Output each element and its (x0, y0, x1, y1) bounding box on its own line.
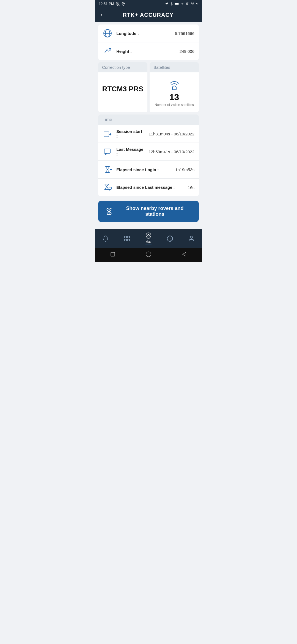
last-message-icon (103, 147, 112, 157)
satellites-header: Satellites (150, 62, 199, 72)
nav-item-bell[interactable] (100, 234, 112, 243)
svg-marker-34 (183, 252, 186, 256)
session-start-row: Session start : 11h31m04s - 06/10/2022 (98, 125, 199, 143)
elapsed-message-row: Elapsed since Last message : 16s (98, 179, 199, 196)
show-nearby-button[interactable]: Show nearby rovers and stations (98, 201, 199, 222)
height-row: Height : 249.006 (98, 42, 199, 60)
svg-point-8 (182, 5, 183, 5)
svg-point-29 (148, 234, 149, 236)
nav-item-grid[interactable] (121, 234, 133, 243)
status-bar: 12:51 PM 91% (95, 0, 202, 7)
last-message-value: 12h50m41s - 06/10/2022 (148, 149, 194, 154)
nav-item-clock[interactable] (164, 234, 176, 243)
elapsed-login-row: Elapsed since Login : 1h19m53s (98, 161, 199, 179)
height-value: 249.006 (180, 49, 194, 54)
correction-card: Correction type RTCM3 PRS (98, 62, 147, 112)
app-header: ‹ RTK+ ACCURACY (95, 7, 202, 22)
time-section-header: Time (98, 114, 199, 125)
svg-rect-7 (175, 3, 178, 4)
nav-item-map[interactable]: Map (142, 231, 155, 245)
battery-icon (175, 2, 179, 6)
elapsed-message-value: 16s (188, 185, 194, 190)
wifi-icon (180, 2, 185, 6)
svg-marker-4 (165, 2, 168, 5)
navigation-icon (165, 2, 169, 6)
antenna-icon (105, 206, 114, 217)
clock-icon (167, 235, 173, 242)
svg-point-24 (109, 211, 110, 212)
status-right: 91% (165, 2, 198, 6)
last-message-row: Last Message : 12h50m41s - 06/10/2022 (98, 143, 199, 161)
last-message-label: Last Message : (116, 147, 145, 156)
back-button[interactable]: ‹ (99, 11, 103, 18)
circle-icon (145, 251, 152, 257)
android-back-button[interactable] (180, 250, 188, 258)
elapsed-login-icon (103, 165, 112, 174)
svg-marker-9 (196, 2, 198, 5)
bottom-navigation: Map (95, 229, 202, 248)
elapsed-message-icon (103, 182, 112, 192)
svg-rect-16 (104, 149, 110, 153)
elapsed-message-label: Elapsed since Last message : (116, 185, 175, 190)
square-icon (110, 252, 116, 257)
coordinates-card: Longitude : 5.7561666 Height : 249.006 (98, 24, 199, 60)
elapsed-login-label: Elapsed since Login : (116, 167, 171, 172)
correction-value: RTCM3 PRS (102, 85, 143, 93)
satellite-visual-icon (167, 78, 182, 90)
grid-icon (124, 235, 130, 242)
session-start-icon (103, 129, 112, 139)
svg-point-31 (190, 236, 193, 238)
svg-rect-25 (125, 236, 127, 238)
longitude-label: Longitude : (116, 31, 171, 36)
time-display: 12:51 PM (99, 2, 114, 6)
battery-percent: 91 (186, 2, 190, 6)
svg-rect-19 (109, 187, 111, 189)
android-recent-button[interactable] (109, 250, 117, 258)
elapsed-login-value: 1h19m53s (175, 167, 194, 172)
bell-icon (102, 235, 109, 242)
svg-rect-32 (111, 252, 115, 256)
android-navigation (95, 248, 202, 262)
height-icon (103, 46, 112, 56)
triangle-icon (182, 252, 187, 257)
correction-header: Correction type (98, 62, 147, 72)
svg-rect-13 (172, 87, 176, 90)
svg-point-3 (123, 3, 124, 4)
charging-icon (196, 2, 198, 6)
svg-rect-28 (128, 239, 130, 241)
map-icon (145, 233, 152, 239)
satellites-body: 13 Number of visible satellites (150, 72, 199, 112)
longitude-row: Longitude : 5.7561666 (98, 24, 199, 42)
svg-point-33 (146, 252, 151, 257)
page-title: RTK+ ACCURACY (107, 12, 198, 18)
android-home-button[interactable] (145, 250, 152, 258)
time-card: Time Session start : 11h31m04s - 06/10/2… (98, 114, 199, 196)
main-content: Longitude : 5.7561666 Height : 249.006 C… (95, 22, 202, 229)
longitude-icon (103, 28, 112, 38)
longitude-value: 5.7561666 (175, 31, 194, 36)
session-start-label: Session start : (116, 129, 145, 138)
satellite-count: 13 (169, 92, 179, 102)
svg-rect-27 (125, 239, 127, 241)
satellite-label: Number of visible satellites (155, 103, 194, 107)
nav-item-user[interactable] (185, 234, 197, 243)
svg-rect-14 (104, 132, 109, 137)
mute-icon (116, 2, 120, 6)
svg-rect-26 (128, 236, 130, 238)
show-nearby-label: Show nearby rovers and stations (117, 206, 192, 217)
session-start-value: 11h31m04s - 06/10/2022 (148, 132, 194, 136)
location-icon-status (121, 2, 125, 6)
map-nav-label: Map (145, 240, 151, 244)
two-col-section: Correction type RTCM3 PRS Satellites (98, 62, 199, 112)
correction-body: RTCM3 PRS (98, 72, 147, 105)
satellites-card: Satellites 13 Number of visible satellit… (150, 62, 199, 112)
bluetooth-icon (170, 2, 173, 6)
user-icon (188, 235, 195, 242)
svg-rect-6 (178, 3, 179, 4)
status-time: 12:51 PM (99, 2, 125, 6)
height-label: Height : (116, 49, 176, 54)
